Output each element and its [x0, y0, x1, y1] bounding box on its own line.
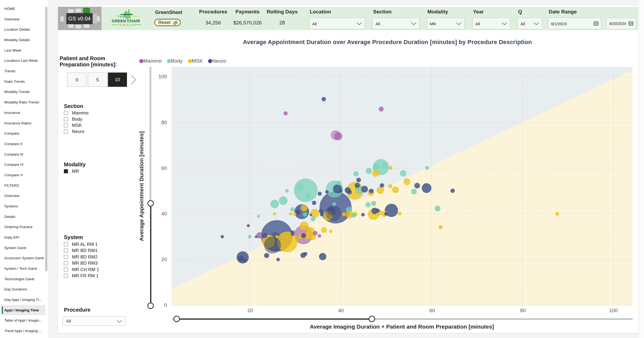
svg-text:GREEN CHAIR: GREEN CHAIR — [112, 19, 140, 23]
svg-text:GROUP: GROUP — [119, 23, 136, 27]
svg-text:THE: THE — [118, 15, 125, 18]
